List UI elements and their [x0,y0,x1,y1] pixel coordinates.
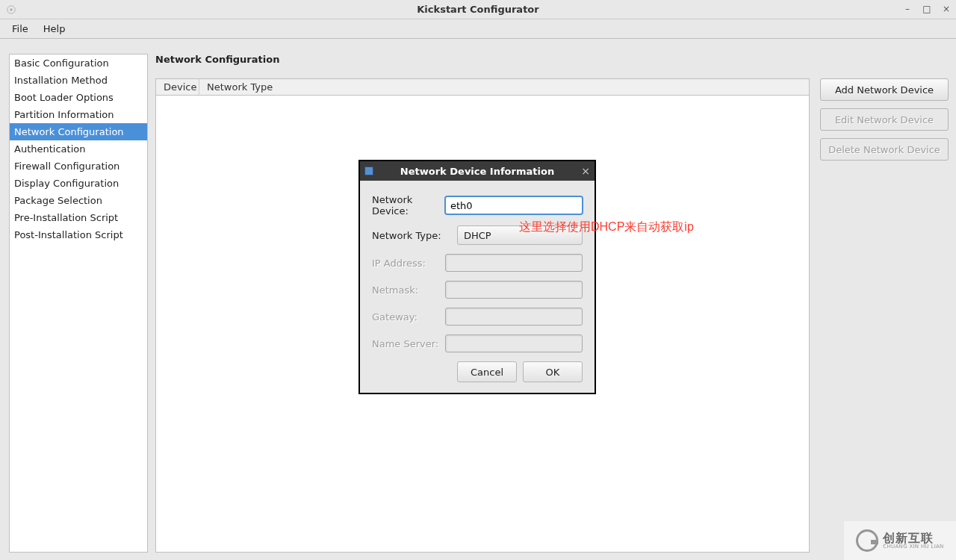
sidebar-item-firewall[interactable]: Firewall Configuration [10,158,147,175]
menu-file[interactable]: File [4,20,36,37]
sidebar-item-display[interactable]: Display Configuration [10,175,147,192]
menubar: File Help [0,19,956,39]
ns-label: Name Server: [372,338,445,349]
ok-button[interactable]: OK [523,361,583,382]
device-label: Network Device: [372,194,445,217]
sidebar-item-auth[interactable]: Authentication [10,140,147,158]
sidebar-item-bootloader[interactable]: Boot Loader Options [10,89,147,106]
window-title: Kickstart Configurator [0,4,956,15]
sidebar-item-postinstall[interactable]: Post-Installation Script [10,226,147,243]
network-type-value: DHCP [464,230,491,241]
gateway-input [445,308,583,326]
dialog-close-icon[interactable]: × [581,165,590,177]
type-label: Network Type: [372,230,457,241]
cancel-button[interactable]: Cancel [457,361,517,382]
netmask-input [445,281,583,299]
network-device-input[interactable] [445,196,583,214]
ip-address-input [445,254,583,272]
sidebar-item-network[interactable]: Network Configuration [10,123,147,140]
watermark: 创新互联 CHUANG XIN HU LIAN [844,521,956,560]
annotation-text: 这里选择使用DHCP来自动获取ip [519,220,694,235]
ip-label: IP Address: [372,258,445,269]
sidebar: Basic Configuration Installation Method … [9,54,148,553]
page-title: Network Configuration [155,54,949,65]
watermark-en: CHUANG XIN HU LIAN [883,544,943,550]
add-network-device-button[interactable]: Add Network Device [820,78,949,101]
network-device-dialog: Network Device Information × Network Dev… [358,160,596,394]
maximize-icon[interactable]: □ [920,2,934,16]
menu-help[interactable]: Help [36,20,73,37]
sidebar-item-partition[interactable]: Partition Information [10,106,147,123]
name-server-input [445,335,583,352]
delete-network-device-button: Delete Network Device [820,138,949,161]
dialog-titlebar[interactable]: Network Device Information × [360,161,595,181]
close-icon[interactable]: × [940,2,953,16]
table-col-device[interactable]: Device [156,79,199,95]
edit-network-device-button: Edit Network Device [820,108,949,131]
sidebar-item-preinstall[interactable]: Pre-Installation Script [10,209,147,226]
sidebar-item-install[interactable]: Installation Method [10,72,147,89]
minimize-icon[interactable]: – [901,2,914,16]
sidebar-item-package[interactable]: Package Selection [10,192,147,209]
dialog-title: Network Device Information [360,166,595,177]
watermark-cn: 创新互联 [883,532,943,544]
sidebar-item-basic[interactable]: Basic Configuration [10,55,147,72]
table-col-type[interactable]: Network Type [199,79,809,95]
gateway-label: Gateway: [372,311,445,323]
window-titlebar: Kickstart Configurator – □ × [0,0,956,19]
watermark-logo-icon [856,529,878,552]
netmask-label: Netmask: [372,284,445,296]
